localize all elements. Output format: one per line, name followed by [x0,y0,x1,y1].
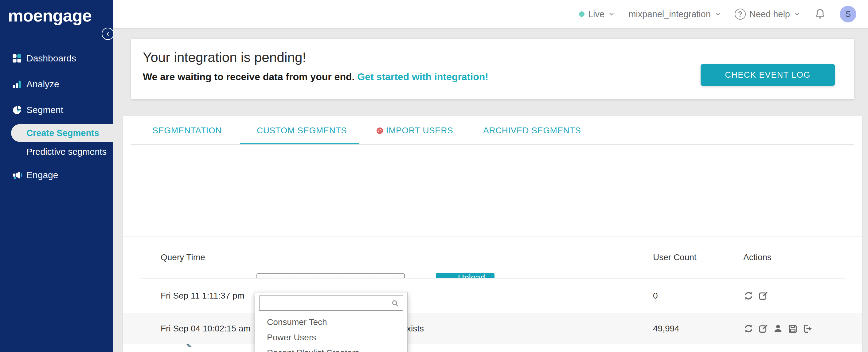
tabs-row: SEGMENTATION CUSTOM SEGMENTS IMPORT USER… [123,116,862,145]
query-time: Fri Sep 11 1:11:37 pm [161,279,245,313]
record-dot-icon [377,127,383,134]
sidebar-item-label: Engage [26,170,58,180]
tab-archived-segments[interactable]: ARCHIVED SEGMENTS [483,116,581,145]
tab-segmentation[interactable]: SEGMENTATION [152,116,222,145]
segment-search-input[interactable] [259,295,403,311]
chevron-down-icon [714,11,721,18]
chevron-down-icon [794,11,800,18]
chevron-left-icon [105,31,111,37]
help-menu[interactable]: ? Need help [735,9,800,20]
bar-chart-icon [12,79,22,89]
sidebar-item-label: Dashboards [26,53,76,64]
banner-title: Your integration is pending! [143,50,306,65]
segment-option[interactable]: Power Users [255,330,407,345]
segment-option[interactable]: Recent Playlist Creators [255,345,407,352]
get-started-link[interactable]: Get started with integration! [357,71,488,82]
sidebar: moengage Dashboards Analyze [0,0,113,352]
sidebar-item-segment[interactable]: Segment [0,101,113,119]
top-bar: Live mixpanel_integration ? Need help S [113,0,868,29]
sidebar-item-analyze[interactable]: Analyze [0,75,113,93]
column-query-time: Query Time [161,236,205,278]
export-icon[interactable] [802,323,813,334]
save-icon[interactable] [787,323,798,334]
live-status-dot [579,11,585,17]
sidebar-item-dashboards[interactable]: Dashboards [0,49,113,68]
tab-custom-segments[interactable]: CUSTOM SEGMENTS [257,116,347,145]
question-circle-icon: ? [735,9,746,20]
table-header: Query Time User Count Actions [123,236,862,278]
table-row: Fri Sep 11 1:11:37 pm 0 [123,279,862,313]
tab-import-users[interactable]: IMPORT USERS [377,116,453,145]
sidebar-item-label: Segment [26,105,63,115]
avatar-initial: S [845,9,851,19]
collapse-sidebar-button[interactable] [102,28,114,40]
sidebar-item-label: Analyze [26,79,59,89]
workspace-name: mixpanel_integration [628,9,711,19]
app-root: moengage Dashboards Analyze [0,0,868,352]
pie-chart-icon [12,105,22,115]
sidebar-item-create-segments[interactable]: Create Segments [11,124,113,142]
search-icon [391,299,400,308]
table-row: Fri Sep 04 10:02:15 am Users in custom s… [123,313,862,344]
refresh-icon[interactable] [743,323,754,334]
user-count: 0 [653,279,658,313]
edit-icon[interactable] [758,291,769,301]
environment-label: Live [588,9,604,19]
banner-message: We are waiting to receive data from your… [143,71,488,83]
segment-option[interactable]: Consumer Tech [255,315,407,330]
environment-menu[interactable]: Live [579,9,615,19]
check-event-log-button[interactable]: CHECK EVENT LOG [701,64,835,86]
row-actions [743,313,813,344]
row-actions [743,279,769,313]
column-actions: Actions [743,236,772,278]
user-icon[interactable] [773,323,783,334]
refresh-icon[interactable] [743,291,754,301]
grid-icon [12,53,22,64]
sidebar-item-predictive-segments[interactable]: Predictive segments [0,142,113,161]
custom-segments-dropdown: Consumer Tech Power Users Recent Playlis… [255,292,408,352]
sidebar-item-label: Predictive segments [26,147,106,157]
column-user-count: User Count [653,236,696,278]
integration-pending-banner: Your integration is pending! We are wait… [131,39,854,99]
chevron-down-icon [608,11,615,18]
edit-icon[interactable] [758,323,769,334]
tabs-divider [131,145,854,145]
workspace-menu[interactable]: mixpanel_integration [628,9,721,19]
segments-panel: SEGMENTATION CUSTOM SEGMENTS IMPORT USER… [123,116,862,352]
query-time: Fri Sep 04 10:02:15 am [161,313,251,344]
megaphone-icon [12,170,22,180]
help-label: Need help [749,9,790,19]
bell-icon[interactable] [814,8,826,20]
avatar[interactable]: S [840,6,856,23]
moengage-logo: moengage [8,5,92,26]
user-count: 49,994 [653,313,679,344]
segment-options-list: Consumer Tech Power Users Recent Playlis… [255,315,407,352]
sidebar-item-label: Create Segments [26,128,99,138]
sidebar-item-engage[interactable]: Engage [0,166,113,184]
